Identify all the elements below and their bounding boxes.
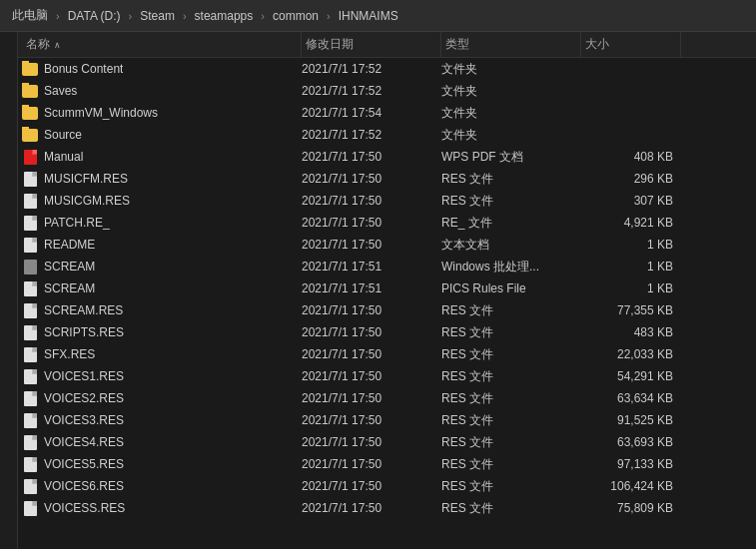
file-icon [22, 478, 38, 494]
table-row[interactable]: VOICES5.RES2021/7/1 17:50RES 文件97,133 KB [18, 453, 756, 475]
file-name: Manual [44, 150, 83, 164]
folder-icon [22, 127, 38, 143]
file-date: 2021/7/1 17:50 [302, 325, 441, 339]
table-row[interactable]: PATCH.RE_2021/7/1 17:50RE_ 文件4,921 KB [18, 212, 756, 234]
file-size: 63,634 KB [581, 391, 681, 405]
file-type: 文件夹 [441, 61, 581, 78]
file-size: 1 KB [581, 238, 681, 252]
file-size: 307 KB [581, 194, 681, 208]
file-type: RES 文件 [441, 500, 581, 517]
file-name: VOICESS.RES [44, 501, 125, 515]
file-date: 2021/7/1 17:52 [302, 128, 441, 142]
column-headers: 名称 ∧ 修改日期 类型 大小 [18, 32, 756, 58]
breadcrumb-item-1[interactable]: DATA (D:) [64, 7, 125, 25]
file-name: VOICES6.RES [44, 479, 124, 493]
file-size: 54,291 KB [581, 369, 681, 383]
table-row[interactable]: README2021/7/1 17:50文本文档1 KB [18, 234, 756, 256]
table-row[interactable]: ScummVM_Windows2021/7/1 17:54文件夹 [18, 102, 756, 124]
file-date: 2021/7/1 17:50 [302, 413, 441, 427]
file-name: SCREAM [44, 281, 95, 295]
table-row[interactable]: Bonus Content2021/7/1 17:52文件夹 [18, 58, 756, 80]
file-type: PICS Rules File [441, 281, 581, 295]
file-date: 2021/7/1 17:54 [302, 106, 441, 120]
col-header-type[interactable]: 类型 [441, 32, 581, 57]
file-type: RES 文件 [441, 390, 581, 407]
file-date: 2021/7/1 17:50 [302, 347, 441, 361]
breadcrumb-item-4[interactable]: common [269, 7, 323, 25]
file-date: 2021/7/1 17:50 [302, 457, 441, 471]
table-row[interactable]: SCREAM2021/7/1 17:51Windows 批处理...1 KB [18, 256, 756, 277]
table-row[interactable]: MUSICFM.RES2021/7/1 17:50RES 文件296 KB [18, 168, 756, 190]
file-date: 2021/7/1 17:50 [302, 238, 441, 252]
col-header-size[interactable]: 大小 [581, 32, 681, 57]
table-row[interactable]: SFX.RES2021/7/1 17:50RES 文件22,033 KB [18, 343, 756, 365]
file-type: RES 文件 [441, 302, 581, 319]
file-type: RE_ 文件 [441, 215, 581, 232]
file-name: Source [44, 128, 82, 142]
file-list[interactable]: Bonus Content2021/7/1 17:52文件夹Saves2021/… [18, 58, 756, 549]
breadcrumb-separator: › [129, 10, 133, 22]
breadcrumb-item-2[interactable]: Steam [136, 7, 179, 25]
file-type: 文件夹 [441, 127, 581, 144]
table-row[interactable]: Saves2021/7/1 17:52文件夹 [18, 80, 756, 102]
file-date: 2021/7/1 17:50 [302, 479, 441, 493]
file-name: SCRIPTS.RES [44, 325, 124, 339]
address-bar[interactable]: 此电脑›DATA (D:)›Steam›steamapps›common›IHN… [0, 0, 756, 32]
file-icon [22, 302, 38, 318]
breadcrumb-separator: › [327, 10, 331, 22]
folder-icon [22, 83, 38, 99]
file-size: 106,424 KB [581, 479, 681, 493]
file-date: 2021/7/1 17:50 [302, 194, 441, 208]
file-icon [22, 324, 38, 340]
table-row[interactable]: VOICES4.RES2021/7/1 17:50RES 文件63,693 KB [18, 431, 756, 453]
col-header-name[interactable]: 名称 ∧ [22, 32, 302, 57]
file-type: RES 文件 [441, 193, 581, 210]
breadcrumb-item-3[interactable]: steamapps [191, 7, 258, 25]
file-date: 2021/7/1 17:50 [302, 303, 441, 317]
table-row[interactable]: VOICES6.RES2021/7/1 17:50RES 文件106,424 K… [18, 475, 756, 497]
file-size: 408 KB [581, 150, 681, 164]
file-area: 名称 ∧ 修改日期 类型 大小 Bonus Content2021/7/1 17… [18, 32, 756, 549]
pdf-icon [22, 149, 38, 165]
file-name: README [44, 238, 95, 252]
breadcrumb-item-0[interactable]: 此电脑 [8, 5, 52, 26]
breadcrumb-separator: › [261, 10, 265, 22]
table-row[interactable]: MUSICGM.RES2021/7/1 17:50RES 文件307 KB [18, 190, 756, 212]
file-name: MUSICFM.RES [44, 172, 128, 186]
file-name: ScummVM_Windows [44, 106, 158, 120]
file-name: Saves [44, 84, 77, 98]
breadcrumb-separator: › [56, 10, 60, 22]
file-icon [22, 280, 38, 296]
file-size: 296 KB [581, 172, 681, 186]
file-icon [22, 456, 38, 472]
file-type: RES 文件 [441, 171, 581, 188]
file-icon [22, 193, 38, 209]
file-type: 文件夹 [441, 105, 581, 122]
breadcrumb-item-5[interactable]: IHNMAIMS [335, 7, 402, 25]
table-row[interactable]: SCREAM.RES2021/7/1 17:50RES 文件77,355 KB [18, 299, 756, 321]
col-header-date[interactable]: 修改日期 [302, 32, 441, 57]
table-row[interactable]: VOICES1.RES2021/7/1 17:50RES 文件54,291 KB [18, 365, 756, 387]
file-date: 2021/7/1 17:50 [302, 435, 441, 449]
file-icon [22, 215, 38, 231]
file-type: WPS PDF 文档 [441, 149, 581, 166]
table-row[interactable]: VOICESS.RES2021/7/1 17:50RES 文件75,809 KB [18, 497, 756, 519]
file-name: VOICES2.RES [44, 391, 124, 405]
file-name: SCREAM.RES [44, 303, 123, 317]
file-date: 2021/7/1 17:50 [302, 172, 441, 186]
file-icon [22, 171, 38, 187]
file-type: Windows 批处理... [441, 259, 581, 275]
file-date: 2021/7/1 17:52 [302, 84, 441, 98]
table-row[interactable]: SCRIPTS.RES2021/7/1 17:50RES 文件483 KB [18, 321, 756, 343]
table-row[interactable]: Manual2021/7/1 17:50WPS PDF 文档408 KB [18, 146, 756, 168]
file-icon [22, 368, 38, 384]
file-icon [22, 500, 38, 516]
file-type: RES 文件 [441, 456, 581, 473]
batch-icon [22, 259, 38, 274]
file-date: 2021/7/1 17:51 [302, 281, 441, 295]
table-row[interactable]: SCREAM2021/7/1 17:51PICS Rules File1 KB [18, 277, 756, 299]
table-row[interactable]: VOICES3.RES2021/7/1 17:50RES 文件91,525 KB [18, 409, 756, 431]
table-row[interactable]: VOICES2.RES2021/7/1 17:50RES 文件63,634 KB [18, 387, 756, 409]
table-row[interactable]: Source2021/7/1 17:52文件夹 [18, 124, 756, 146]
file-name: VOICES5.RES [44, 457, 124, 471]
